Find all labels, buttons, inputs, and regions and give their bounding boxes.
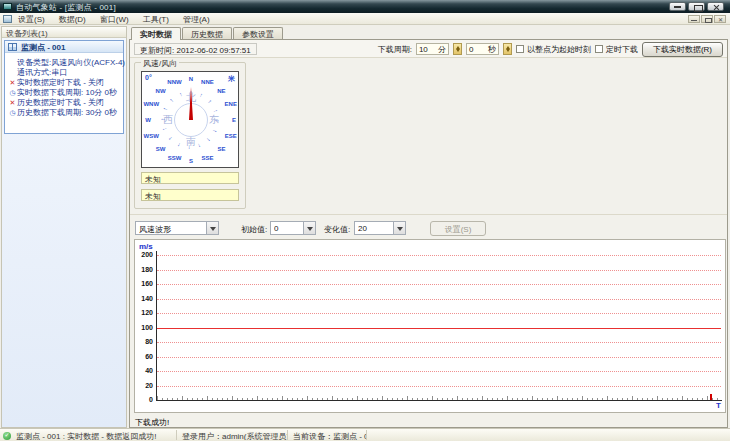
child-restore-icon[interactable]: [701, 15, 713, 23]
period-label: 下载周期:: [378, 44, 412, 55]
child-minimize-icon[interactable]: [688, 15, 700, 23]
time-axis-marker: T: [716, 401, 721, 410]
chevron-down-icon[interactable]: [303, 222, 315, 234]
change-value-select[interactable]: 20: [354, 221, 406, 235]
device-info-line: ✕历史数据定时下载 - 关闭: [8, 97, 121, 107]
chevron-down-icon[interactable]: [393, 222, 405, 234]
x-minor-tick: [272, 398, 273, 400]
wind-speed-value[interactable]: 未知: [141, 172, 239, 184]
x-minor-tick: [692, 398, 693, 400]
waveform-type-select[interactable]: 风速波形: [135, 221, 219, 235]
direction-arrow-icon: →: [187, 144, 193, 150]
menu-item[interactable]: 管理(A): [179, 13, 214, 25]
download-realtime-button[interactable]: 下载实时数据(R): [642, 42, 723, 57]
device-card[interactable]: 监测点 - 001 设备类型:风速风向仪(ACFX-4)通讯方式:串口✕实时数据…: [4, 40, 124, 134]
x-minor-tick: [302, 398, 303, 400]
tab-参数设置[interactable]: 参数设置: [233, 27, 283, 39]
tab-历史数据[interactable]: 历史数据: [182, 27, 232, 39]
y-tick-label: 160: [135, 280, 153, 287]
status-empty-cell: [368, 430, 730, 440]
direction-label-E: E: [232, 117, 236, 123]
download-toolbar: 更新时间: 2012-06-02 09:57:51 下载周期: 10 分 0 秒…: [130, 40, 727, 58]
device-info-line: 通讯方式:串口: [8, 67, 121, 77]
x-minor-tick: [352, 398, 353, 400]
clock-icon: ◷: [8, 89, 17, 97]
seconds-input[interactable]: 0 秒: [466, 43, 499, 55]
x-minor-tick: [492, 398, 493, 400]
wind-direction-value[interactable]: 未知: [141, 189, 239, 201]
minutes-input[interactable]: 10 分: [416, 43, 449, 55]
x-minor-tick: [472, 398, 473, 400]
direction-label-S: S: [189, 158, 193, 164]
x-minor-tick: [402, 398, 403, 400]
set-button-disabled: 设置(S): [430, 221, 486, 236]
x-minor-tick: [262, 398, 263, 400]
maximize-icon[interactable]: [688, 2, 705, 11]
direction-arrow-icon: →: [167, 135, 175, 143]
x-minor-tick: [527, 398, 528, 400]
x-minor-tick: [182, 396, 183, 400]
menu-item[interactable]: 窗口(W): [96, 13, 133, 25]
align-start-option[interactable]: 以整点为起始时刻: [516, 44, 591, 55]
download-status-message: 下载成功!: [135, 417, 169, 428]
x-minor-tick: [372, 398, 373, 400]
x-minor-tick: [257, 396, 258, 400]
direction-label-NNE: NNE: [201, 79, 214, 85]
minutes-stepper[interactable]: [453, 43, 462, 55]
x-minor-tick: [522, 398, 523, 400]
direction-label-SE: SE: [217, 146, 225, 152]
tab-实时数据[interactable]: 实时数据: [131, 27, 181, 40]
x-minor-tick: [717, 398, 718, 400]
device-info-line: ◷实时数据下载周期: 10分 0秒: [8, 87, 121, 97]
x-minor-tick: [467, 398, 468, 400]
chevron-down-icon[interactable]: [206, 222, 218, 234]
gridline: [157, 313, 721, 314]
x-minor-tick: [517, 398, 518, 400]
timed-download-checkbox[interactable]: [595, 45, 603, 53]
seconds-stepper[interactable]: [503, 43, 512, 55]
x-minor-tick: [437, 398, 438, 400]
initial-value-select[interactable]: 0: [270, 221, 316, 235]
x-minor-tick: [502, 398, 503, 400]
menu-item[interactable]: 数据(D): [55, 13, 90, 25]
direction-label-SSW: SSW: [168, 155, 182, 161]
direction-arrow-icon: →: [205, 97, 213, 105]
wind-compass: 0° 米 北 南 西 东 N→NNE→NE→ENE→E→ESE→SE→SSE→S…: [141, 71, 239, 168]
x-minor-tick: [177, 398, 178, 400]
y-axis-unit-label: m/s: [139, 242, 153, 251]
device-card-title[interactable]: 监测点 - 001: [5, 41, 123, 53]
x-minor-tick: [487, 398, 488, 400]
window-title: 自动气象站 - [监测点 - 001]: [16, 2, 116, 13]
align-start-checkbox[interactable]: [516, 45, 524, 53]
x-minor-tick: [577, 398, 578, 400]
close-icon[interactable]: [707, 2, 724, 11]
menu-item[interactable]: 工具(T): [139, 13, 173, 25]
timed-download-option[interactable]: 定时下载: [595, 44, 638, 55]
direction-label-NW: NW: [156, 88, 166, 94]
x-minor-tick: [342, 398, 343, 400]
menu-item[interactable]: 设置(S): [14, 13, 49, 25]
x-minor-tick: [407, 396, 408, 400]
x-minor-tick: [267, 398, 268, 400]
minimize-icon[interactable]: [669, 2, 686, 11]
child-window-icon[interactable]: [3, 15, 12, 23]
menu-items: 设置(S)数据(D)窗口(W)工具(T)管理(A): [0, 14, 214, 24]
x-minor-tick: [192, 398, 193, 400]
x-minor-tick: [457, 396, 458, 400]
tab-strip: 实时数据历史数据参数设置: [131, 27, 284, 39]
x-minor-tick: [237, 398, 238, 400]
status-user-cell: 登录用户：admin(系统管理员): [178, 430, 288, 440]
timed-download-label: 定时下载: [606, 44, 638, 55]
x-minor-tick: [357, 396, 358, 400]
x-minor-tick: [287, 398, 288, 400]
x-minor-tick: [422, 398, 423, 400]
child-close-icon[interactable]: [714, 15, 726, 23]
x-minor-tick: [687, 398, 688, 400]
x-minor-tick: [552, 398, 553, 400]
x-minor-tick: [582, 396, 583, 400]
x-minor-tick: [657, 396, 658, 400]
x-minor-tick: [537, 398, 538, 400]
wind-needle: [189, 87, 193, 120]
minutes-unit: 分: [438, 44, 446, 55]
device-sidebar: 设备列表(1) 监测点 - 001 设备类型:风速风向仪(ACFX-4)通讯方式…: [1, 26, 127, 428]
